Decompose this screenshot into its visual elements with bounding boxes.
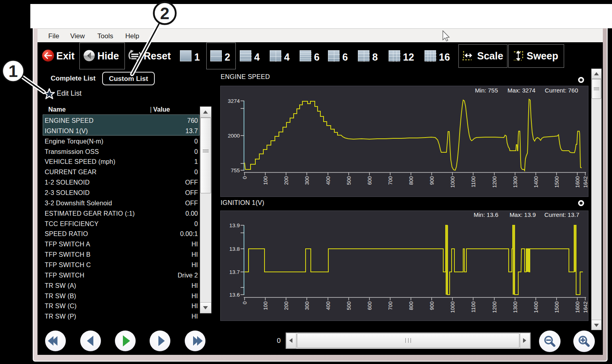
svg-text:2: 2 xyxy=(160,4,169,23)
svg-text:1: 1 xyxy=(8,62,18,81)
